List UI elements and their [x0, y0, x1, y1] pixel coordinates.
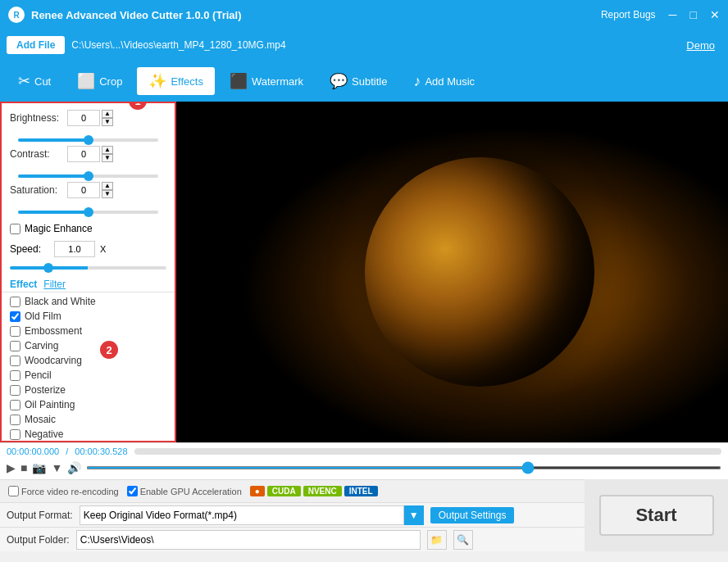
effect-checkbox-negative[interactable] — [10, 429, 20, 440]
effect-label-old-film: Old Film — [25, 310, 61, 322]
saturation-slider-container — [10, 203, 166, 218]
effect-item-glow[interactable]: Glow — [5, 442, 171, 442]
brightness-input[interactable] — [67, 110, 100, 126]
effect-checkbox-oil-painting[interactable] — [10, 400, 20, 410]
minimize-button[interactable]: ─ — [669, 8, 677, 21]
crop-tool-button[interactable]: ⬜ Crop — [66, 67, 134, 95]
effect-checkbox-posterize[interactable] — [10, 385, 20, 396]
brightness-section: Brightness: ▲ ▼ Contrast: ▲ ▼ — [2, 103, 175, 221]
effect-item-mosaic[interactable]: Mosaic — [5, 412, 171, 427]
effect-checkbox-black-white[interactable] — [10, 297, 20, 307]
effect-item-carving[interactable]: Carving — [5, 338, 171, 353]
effect-checkbox-carving[interactable] — [10, 341, 20, 351]
brightness-down[interactable]: ▼ — [102, 118, 113, 126]
cuda-icon: ● — [250, 486, 265, 496]
restore-button[interactable]: □ — [690, 8, 697, 21]
contrast-row: Contrast: ▲ ▼ — [10, 146, 166, 162]
effect-checkbox-old-film[interactable] — [10, 311, 20, 322]
effect-item-embossment[interactable]: Embossment — [5, 324, 171, 338]
watermark-tool-button[interactable]: ⬛ Watermark — [218, 67, 315, 95]
cut-tool-button[interactable]: ✂ Cut — [7, 67, 62, 95]
effect-item-black-white[interactable]: Black and White — [5, 294, 171, 309]
stop-button[interactable]: ■ — [20, 461, 27, 474]
effect-label-mosaic: Mosaic — [25, 414, 56, 425]
earth-visual — [365, 157, 594, 387]
brightness-slider[interactable] — [18, 138, 158, 142]
effect-checkbox-mosaic[interactable] — [10, 415, 20, 425]
file-path-display: C:\Users\...\Videos\earth_MP4_1280_10MG.… — [71, 39, 680, 51]
playback-area: 00:00:00.000 / 00:00:30.528 ▶ ■ 📷 ▼ 🔊 — [0, 442, 728, 479]
effect-checkbox-woodcarving[interactable] — [10, 356, 20, 366]
enable-gpu-label[interactable]: Enable GPU Acceleration — [127, 486, 242, 496]
effect-item-pencil[interactable]: Pencil — [5, 368, 171, 383]
browse-folder-button[interactable]: 📁 — [427, 530, 447, 550]
add-file-button[interactable]: Add File — [7, 36, 65, 54]
close-button[interactable]: ✕ — [710, 8, 720, 21]
search-folder-button[interactable]: 🔍 — [453, 530, 473, 550]
effect-item-posterize[interactable]: Posterize — [5, 383, 171, 397]
volume-slider[interactable] — [86, 466, 721, 469]
output-format-label: Output Format: — [7, 510, 73, 521]
subtitle-icon: 💬 — [330, 72, 348, 90]
saturation-up[interactable]: ▲ — [102, 182, 113, 190]
speed-slider[interactable] — [10, 266, 166, 270]
effect-label-black-white: Black and White — [25, 296, 96, 307]
contrast-up[interactable]: ▲ — [102, 146, 113, 154]
screenshot-dropdown-button[interactable]: ▼ — [51, 461, 62, 474]
effect-label-negative: Negative — [25, 428, 63, 440]
force-reencode-checkbox[interactable] — [8, 486, 19, 496]
start-button[interactable]: Start — [599, 495, 714, 536]
output-format-input[interactable] — [80, 505, 404, 525]
output-folder-input[interactable] — [76, 530, 421, 550]
controls-row: ▶ ■ 📷 ▼ 🔊 — [0, 458, 728, 479]
report-bugs-link[interactable]: Report Bugs — [601, 9, 656, 20]
play-button[interactable]: ▶ — [7, 461, 16, 474]
subtitle-tool-button[interactable]: 💬 Subtitle — [318, 67, 398, 95]
crop-label: Crop — [99, 75, 122, 88]
saturation-slider[interactable] — [18, 211, 158, 214]
contrast-input[interactable] — [67, 146, 100, 162]
saturation-label: Saturation: — [10, 184, 67, 196]
brightness-spin: ▲ ▼ — [102, 110, 113, 126]
effect-checkbox-embossment[interactable] — [10, 326, 20, 337]
enable-gpu-text: Enable GPU Acceleration — [140, 487, 242, 496]
enable-gpu-checkbox[interactable] — [127, 486, 138, 496]
saturation-input[interactable] — [67, 182, 100, 198]
progress-bar[interactable] — [134, 448, 721, 455]
video-preview — [176, 102, 728, 442]
nvenc-badge: NVENC — [303, 486, 342, 496]
cuda-badge: CUDA — [267, 486, 301, 496]
speed-row: Speed: X — [2, 239, 175, 259]
effect-item-oil-painting[interactable]: Oil Painting — [5, 397, 171, 412]
effect-item-negative[interactable]: Negative — [5, 427, 171, 442]
demo-link[interactable]: Demo — [686, 39, 715, 52]
effect-tab[interactable]: Effect — [10, 279, 37, 290]
saturation-spin: ▲ ▼ — [102, 182, 113, 198]
effects-tool-button[interactable]: ✨ Effects — [137, 67, 215, 95]
brightness-row: Brightness: ▲ ▼ — [10, 110, 166, 126]
force-reencode-label[interactable]: Force video re-encoding — [8, 486, 119, 496]
effect-item-woodcarving[interactable]: Woodcarving — [5, 353, 171, 368]
filebar: Add File C:\Users\...\Videos\earth_MP4_1… — [0, 29, 728, 61]
effect-item-old-film[interactable]: Old Film — [5, 309, 171, 324]
add-music-tool-button[interactable]: ♪ Add Music — [402, 68, 486, 95]
magic-enhance-checkbox[interactable] — [10, 224, 20, 234]
contrast-slider[interactable] — [18, 174, 158, 178]
watermark-icon: ⬛ — [230, 72, 248, 90]
subtitle-label: Subtitle — [352, 75, 387, 88]
speed-input[interactable] — [54, 241, 95, 257]
output-settings-button[interactable]: Output Settings — [430, 507, 515, 523]
contrast-down[interactable]: ▼ — [102, 154, 113, 162]
bottom-rows: Output Format: ▼ Output Settings Output … — [0, 502, 728, 551]
magic-enhance-label: Magic Enhance — [25, 223, 93, 234]
screenshot-button[interactable]: 📷 — [32, 461, 46, 474]
effect-label-embossment: Embossment — [25, 325, 82, 337]
contrast-label: Contrast: — [10, 148, 67, 160]
brightness-up[interactable]: ▲ — [102, 110, 113, 118]
saturation-down[interactable]: ▼ — [102, 190, 113, 198]
volume-button[interactable]: 🔊 — [67, 461, 81, 474]
magic-enhance-row: Magic Enhance — [2, 221, 175, 239]
effect-checkbox-pencil[interactable] — [10, 370, 20, 381]
output-format-dropdown[interactable]: ▼ — [404, 505, 424, 525]
filter-tab[interactable]: Filter — [43, 279, 66, 290]
